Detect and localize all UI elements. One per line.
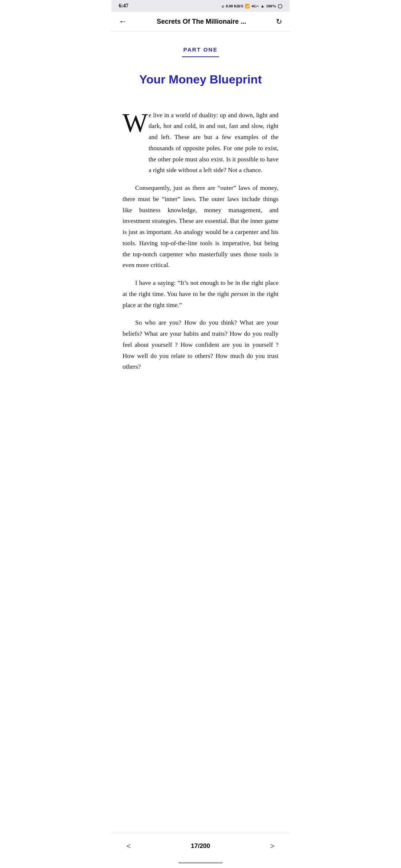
status-time: 6:47 <box>119 3 128 9</box>
page-title: Secrets Of The Millionaire ... <box>127 18 276 26</box>
data-speed: 0.00 KB/S <box>226 4 243 8</box>
network-label: 4G+ <box>251 4 259 8</box>
battery-icon: ◯ <box>278 4 282 9</box>
part-underline <box>182 56 219 57</box>
prev-page-button[interactable]: < <box>123 840 134 852</box>
lte-icon: 📶 <box>245 4 250 9</box>
paragraph-4: So who are you? How do you think? What a… <box>123 317 278 372</box>
book-body: W e live in a world of duality: up and d… <box>123 110 278 373</box>
page-indicator: 17/200 <box>191 842 210 850</box>
book-content: PART ONE Your Money Blueprint W e live i… <box>111 32 290 833</box>
drop-cap-letter: W <box>123 113 148 133</box>
signal-icon: ▲ <box>261 4 265 8</box>
bottom-nav: < 17/200 > <box>111 833 290 859</box>
paragraph-3: I have a saying: “It’s not enough to be … <box>123 277 278 310</box>
paragraph-3-italic: person <box>231 290 248 297</box>
refresh-button[interactable]: ↻ <box>276 17 282 26</box>
status-icons: ⌕ 0.00 KB/S 📶 4G+ ▲ 100% ◯ <box>222 4 282 9</box>
paragraph-1: W e live in a world of duality: up and d… <box>123 110 278 176</box>
bottom-handle <box>111 859 290 868</box>
paragraph-1-text: e live in a world of duality: up and dow… <box>149 110 278 176</box>
paragraph-2: Consequently, just as there are “outer” … <box>123 183 278 271</box>
back-button[interactable]: ← <box>119 17 127 26</box>
handle-bar <box>178 862 223 864</box>
chapter-title: Your Money Blueprint <box>123 72 278 88</box>
part-label: PART ONE <box>123 46 278 53</box>
nav-bar: ← Secrets Of The Millionaire ... ↻ <box>111 12 290 32</box>
next-page-button[interactable]: > <box>267 840 278 852</box>
bluetooth-icon: ⌕ <box>222 4 224 8</box>
battery-label: 100% <box>266 4 277 8</box>
status-bar: 6:47 ⌕ 0.00 KB/S 📶 4G+ ▲ 100% ◯ <box>111 0 290 12</box>
